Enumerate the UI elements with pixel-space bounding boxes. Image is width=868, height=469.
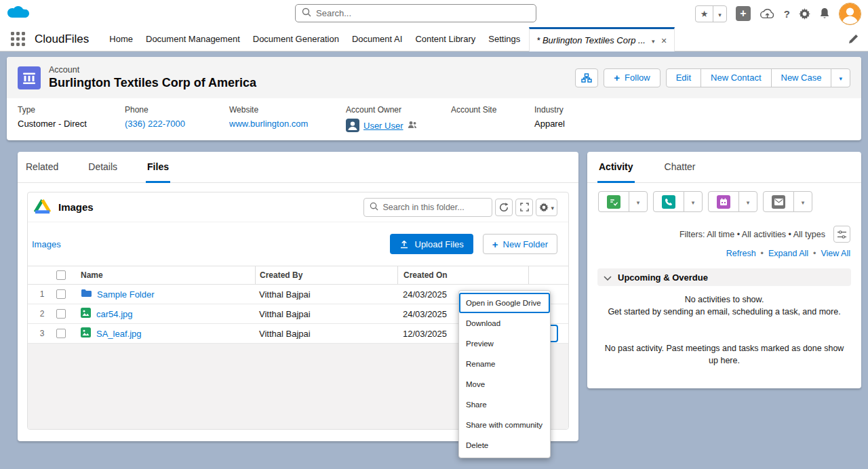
folder-search[interactable] <box>363 198 492 217</box>
change-owner-icon[interactable] <box>408 121 417 131</box>
file-name-link[interactable]: Sample Folder <box>97 289 155 300</box>
nav-item-document-ai[interactable]: Document AI <box>352 34 402 44</box>
website-link[interactable]: www.burlington.com <box>229 119 308 129</box>
account-action-buttons: Follow Edit New Contact New Case <box>575 68 850 87</box>
tab-close-icon[interactable] <box>660 35 667 45</box>
refresh-link[interactable]: Refresh <box>726 249 756 258</box>
row-checkbox[interactable] <box>56 289 66 299</box>
record-actions-group: Edit New Contact New Case <box>666 68 850 87</box>
tab-dropdown-icon[interactable] <box>652 35 655 45</box>
more-actions-button[interactable] <box>831 68 850 87</box>
file-name-link[interactable]: SA_leaf.jpg <box>96 329 142 339</box>
expand-all-link[interactable]: Expand All <box>768 249 808 258</box>
field-phone: Phone (336) 222-7000 <box>125 105 229 132</box>
menu-item-delete[interactable]: Delete <box>459 435 550 455</box>
nav-item-document-management[interactable]: Document Management <box>146 34 240 44</box>
activity-composer <box>587 183 861 216</box>
favorites-dropdown-button[interactable] <box>713 6 726 22</box>
filters-summary[interactable]: Filters: All time • All activities • All… <box>679 230 825 239</box>
chevron-down-icon <box>802 197 805 207</box>
global-search-input[interactable] <box>316 8 530 18</box>
select-all-checkbox[interactable] <box>56 270 66 280</box>
menu-item-share[interactable]: Share <box>459 394 550 415</box>
row-checkbox[interactable] <box>56 309 66 319</box>
new-case-button[interactable]: New Case <box>771 68 832 87</box>
app-name[interactable]: CloudFiles <box>35 33 89 46</box>
menu-item-rename[interactable]: Rename <box>459 354 550 374</box>
phone-icon <box>662 195 675 209</box>
column-created-by[interactable]: Created By <box>255 266 397 284</box>
new-folder-button[interactable]: New Folder <box>483 234 557 254</box>
nav-item-settings[interactable]: Settings <box>488 34 520 44</box>
task-icon <box>607 195 620 209</box>
email-button[interactable] <box>763 191 794 212</box>
refresh-button[interactable] <box>495 199 513 216</box>
column-name[interactable]: Name <box>79 266 255 284</box>
new-event-dropdown[interactable] <box>738 191 757 212</box>
chevron-down-icon <box>551 202 554 212</box>
image-file-icon <box>81 327 91 340</box>
phone-link[interactable]: (336) 222-7000 <box>125 119 185 129</box>
owner-link[interactable]: User User <box>363 121 403 131</box>
account-title-block: Account Burlington Textiles Corp of Amer… <box>49 65 256 90</box>
tab-details[interactable]: Details <box>87 152 119 183</box>
filter-settings-button[interactable] <box>833 226 850 243</box>
tab-chatter[interactable]: Chatter <box>663 152 697 183</box>
tab-files[interactable]: Files <box>146 152 170 183</box>
expand-button[interactable] <box>515 199 533 216</box>
new-contact-button[interactable]: New Contact <box>701 68 771 87</box>
account-hierarchy-button[interactable] <box>575 68 598 87</box>
nav-item-content-library[interactable]: Content Library <box>415 34 475 44</box>
menu-item-download[interactable]: Download <box>459 313 550 333</box>
view-all-link[interactable]: View All <box>821 249 850 258</box>
log-call-button[interactable] <box>653 191 684 212</box>
breadcrumb[interactable]: Images <box>32 239 61 249</box>
account-detail-fields: Type Customer - Direct Phone (336) 222-7… <box>7 98 861 132</box>
favorites-star-button[interactable] <box>696 6 713 22</box>
new-task-group <box>598 191 648 212</box>
cloud-upload-button[interactable] <box>760 8 775 20</box>
notifications-button[interactable] <box>819 7 830 20</box>
menu-item-open-in-google-drive[interactable]: Open in Google Drive <box>459 293 550 313</box>
image-file-icon <box>81 308 91 320</box>
nav-item-document-generation[interactable]: Document Generation <box>253 34 339 44</box>
follow-button[interactable]: Follow <box>604 68 660 87</box>
files-panel-controls <box>363 198 557 217</box>
edit-button[interactable]: Edit <box>666 68 701 87</box>
help-button[interactable]: ? <box>784 8 790 20</box>
record-tab-burlington[interactable]: * Burlington Textiles Corp ... <box>529 27 674 52</box>
log-call-dropdown[interactable] <box>684 191 703 212</box>
app-launcher-button[interactable] <box>11 32 25 46</box>
folder-search-input[interactable] <box>382 203 486 212</box>
upload-icon <box>399 239 409 249</box>
calendar-icon <box>717 195 730 209</box>
gear-icon <box>539 203 549 212</box>
email-dropdown[interactable] <box>793 191 812 212</box>
row-checkbox[interactable] <box>56 329 66 338</box>
add-button[interactable]: + <box>736 6 751 21</box>
star-icon <box>701 9 709 19</box>
record-tabs: Related Details Files <box>18 152 578 183</box>
new-event-button[interactable] <box>708 191 739 212</box>
tab-related[interactable]: Related <box>24 152 60 183</box>
new-task-button[interactable] <box>598 191 629 212</box>
field-account-owner: Account Owner User User <box>346 105 451 132</box>
menu-item-share-with-community[interactable]: Share with community <box>459 415 550 435</box>
file-name-link[interactable]: car54.jpg <box>96 309 132 319</box>
files-toolbar-buttons: Upload Files New Folder <box>390 234 558 254</box>
global-search[interactable] <box>295 4 536 22</box>
menu-item-preview[interactable]: Preview <box>459 333 550 354</box>
tab-activity[interactable]: Activity <box>597 152 635 183</box>
menu-item-move[interactable]: Move <box>459 374 550 394</box>
user-avatar[interactable] <box>839 3 861 25</box>
upload-files-button[interactable]: Upload Files <box>390 234 473 254</box>
setup-button[interactable] <box>799 8 810 20</box>
folder-settings-button[interactable] <box>536 199 557 216</box>
upcoming-overdue-section[interactable]: Upcoming & Overdue <box>597 268 851 286</box>
new-task-dropdown[interactable] <box>629 191 648 212</box>
nav-item-home[interactable]: Home <box>109 34 133 44</box>
chevron-down-icon <box>839 73 842 83</box>
edit-nav-button[interactable] <box>848 34 859 44</box>
gear-icon <box>799 8 810 20</box>
column-created-on[interactable]: Created On <box>397 266 528 284</box>
